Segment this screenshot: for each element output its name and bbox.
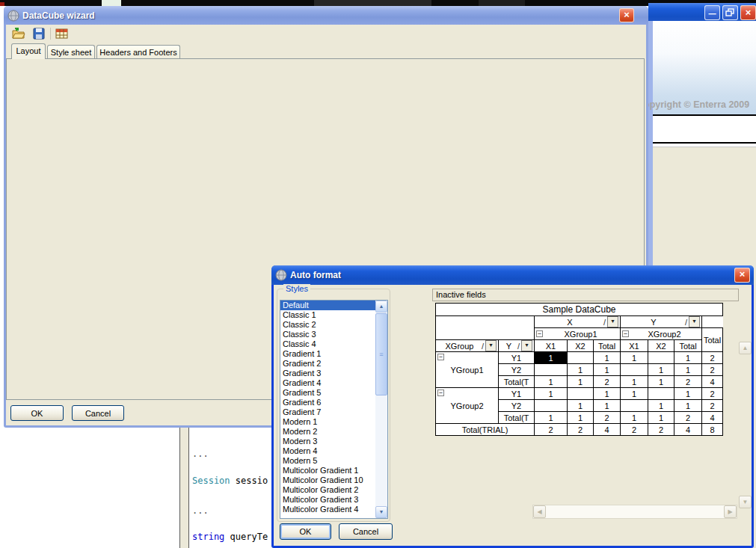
data-cell[interactable]: 1 bbox=[648, 364, 674, 376]
autoformat-close-button[interactable]: × bbox=[734, 268, 750, 283]
list-item[interactable]: Gradient 4 bbox=[280, 378, 387, 388]
data-cell[interactable]: 1 bbox=[568, 376, 594, 388]
data-cell[interactable]: 1 bbox=[594, 400, 621, 412]
data-cell[interactable]: 1 bbox=[535, 412, 568, 424]
list-item[interactable]: Modern 1 bbox=[280, 417, 387, 427]
minimize-button[interactable]: — bbox=[704, 5, 720, 20]
collapse-icon[interactable]: − bbox=[622, 330, 629, 337]
tab-style-sheet[interactable]: Style sheet bbox=[47, 45, 95, 58]
data-cell[interactable]: 1 bbox=[568, 364, 594, 376]
list-item[interactable]: Gradient 2 bbox=[280, 359, 387, 369]
data-cell[interactable]: 2 bbox=[702, 352, 723, 364]
scroll-thumb[interactable]: ≡ bbox=[375, 313, 387, 395]
data-cell[interactable]: 1 bbox=[648, 376, 674, 388]
data-cell[interactable]: 1 bbox=[621, 388, 648, 400]
list-item[interactable]: Modern 5 bbox=[280, 456, 387, 466]
scroll-left-icon[interactable]: ◀ bbox=[533, 505, 546, 518]
data-cell[interactable] bbox=[568, 388, 594, 400]
list-item[interactable]: Default bbox=[280, 301, 387, 310]
close-window-button[interactable]: × bbox=[740, 5, 756, 20]
datacube-icon[interactable] bbox=[55, 28, 69, 40]
open-icon[interactable] bbox=[11, 28, 25, 40]
data-cell[interactable]: 2 bbox=[648, 424, 674, 436]
data-cell[interactable] bbox=[648, 352, 674, 364]
data-cell[interactable]: 4 bbox=[674, 424, 702, 436]
list-item[interactable]: Gradient 1 bbox=[280, 349, 387, 359]
filter-dropdown-icon[interactable]: ▼ bbox=[607, 316, 618, 327]
wizard-cancel-button[interactable]: Cancel bbox=[72, 405, 124, 421]
data-cell[interactable]: 1 bbox=[568, 412, 594, 424]
data-cell[interactable]: 2 bbox=[702, 364, 723, 376]
list-item[interactable]: Multicolor Gradient 3 bbox=[280, 495, 387, 505]
data-cell[interactable]: 4 bbox=[594, 424, 621, 436]
data-cell[interactable] bbox=[535, 400, 568, 412]
data-cell[interactable]: 1 bbox=[674, 364, 702, 376]
data-cell[interactable]: 2 bbox=[535, 424, 568, 436]
list-item[interactable]: Multicolor Gradient 2 bbox=[280, 485, 387, 495]
list-item[interactable]: Multicolor Gradient 1 bbox=[280, 466, 387, 475]
styles-list[interactable]: ▲ ≡ ▼ DefaultClassic 1Classic 2Classic 3… bbox=[280, 300, 388, 519]
data-cell[interactable]: 1 bbox=[674, 388, 702, 400]
wizard-ok-button[interactable]: OK bbox=[10, 405, 64, 421]
data-cell[interactable]: 1 bbox=[594, 364, 621, 376]
data-cell[interactable]: 4 bbox=[702, 376, 723, 388]
collapse-icon[interactable]: − bbox=[437, 354, 444, 360]
styles-scrollbar[interactable]: ▲ ≡ ▼ bbox=[375, 301, 387, 518]
scroll-right-icon[interactable]: ▶ bbox=[724, 505, 737, 518]
data-cell[interactable] bbox=[568, 352, 594, 364]
list-item[interactable]: Gradient 7 bbox=[280, 407, 387, 417]
data-cell[interactable]: 2 bbox=[674, 412, 702, 424]
data-cell[interactable]: 2 bbox=[674, 376, 702, 388]
data-cell[interactable]: 2 bbox=[568, 424, 594, 436]
list-item[interactable]: Multicolor Gradient 10 bbox=[280, 475, 387, 485]
data-cell[interactable]: 1 bbox=[594, 352, 621, 364]
collapse-icon[interactable]: − bbox=[437, 390, 444, 396]
preview-vscrollbar[interactable]: ▲ ▼ bbox=[739, 342, 752, 508]
data-cell[interactable]: 2 bbox=[594, 376, 621, 388]
data-cell[interactable]: 2 bbox=[702, 388, 723, 400]
preview-hscrollbar[interactable]: ◀ ▶ bbox=[532, 505, 737, 519]
list-item[interactable]: Modern 3 bbox=[280, 437, 387, 446]
tab-layout[interactable]: Layout bbox=[11, 43, 46, 59]
data-cell[interactable]: 1 bbox=[674, 400, 702, 412]
data-cell[interactable] bbox=[621, 364, 648, 376]
data-cell[interactable]: 1 bbox=[674, 352, 702, 364]
list-item[interactable]: Modern 4 bbox=[280, 446, 387, 456]
list-item[interactable]: Multicolor Gradient 4 bbox=[280, 505, 387, 514]
data-cell[interactable]: 1 bbox=[535, 352, 568, 364]
data-cell[interactable] bbox=[535, 364, 568, 376]
filter-dropdown-icon[interactable]: ▼ bbox=[485, 340, 497, 351]
data-cell[interactable]: 2 bbox=[621, 424, 648, 436]
list-item[interactable]: Classic 2 bbox=[280, 320, 387, 330]
list-item[interactable]: Gradient 5 bbox=[280, 388, 387, 398]
data-cell[interactable]: 8 bbox=[702, 424, 723, 436]
autoformat-cancel-button[interactable]: Cancel bbox=[339, 523, 393, 540]
data-cell[interactable]: 1 bbox=[648, 412, 674, 424]
collapse-icon[interactable]: − bbox=[536, 330, 543, 337]
data-cell[interactable]: 1 bbox=[621, 376, 648, 388]
data-cell[interactable]: 4 bbox=[702, 412, 723, 424]
save-icon[interactable] bbox=[33, 28, 45, 40]
list-item[interactable]: Classic 4 bbox=[280, 339, 387, 349]
data-cell[interactable]: 2 bbox=[594, 412, 621, 424]
scroll-down-icon[interactable]: ▼ bbox=[375, 506, 387, 518]
scroll-up-icon[interactable]: ▲ bbox=[375, 301, 387, 313]
list-item[interactable]: Gradient 3 bbox=[280, 369, 387, 378]
data-cell[interactable] bbox=[621, 400, 648, 412]
scroll-up-icon[interactable]: ▲ bbox=[739, 342, 752, 354]
filter-dropdown-icon[interactable]: ▼ bbox=[521, 340, 532, 351]
data-cell[interactable]: 2 bbox=[702, 400, 723, 412]
data-cell[interactable]: 1 bbox=[621, 352, 648, 364]
data-cell[interactable]: 1 bbox=[648, 400, 674, 412]
data-cell[interactable]: 1 bbox=[535, 376, 568, 388]
data-cell[interactable]: 1 bbox=[621, 412, 648, 424]
tab-headers-footers[interactable]: Headers and Footers bbox=[96, 45, 180, 58]
autoformat-ok-button[interactable]: OK bbox=[280, 523, 331, 540]
restore-button[interactable] bbox=[722, 5, 738, 20]
list-item[interactable]: Classic 3 bbox=[280, 330, 387, 339]
data-cell[interactable] bbox=[648, 388, 674, 400]
data-cell[interactable]: 1 bbox=[568, 400, 594, 412]
wizard-close-button[interactable]: × bbox=[619, 8, 634, 22]
list-item[interactable]: Classic 1 bbox=[280, 310, 387, 320]
scroll-down-icon[interactable]: ▼ bbox=[739, 496, 752, 508]
